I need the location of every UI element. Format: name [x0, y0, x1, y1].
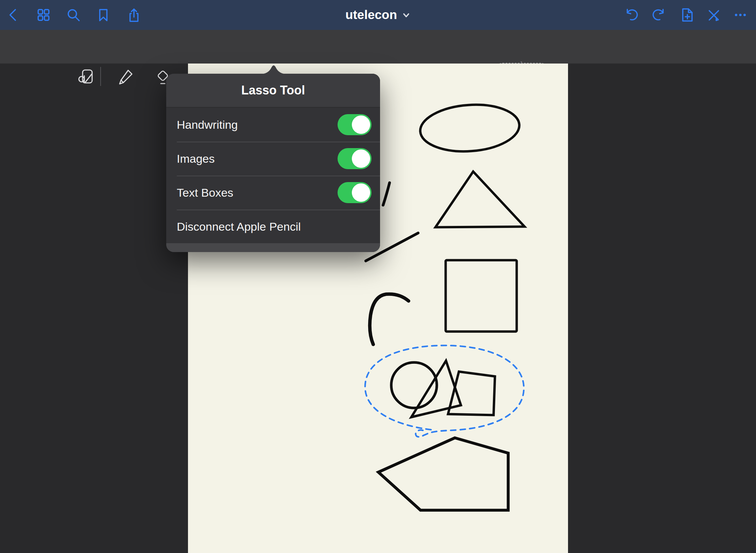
toggle-knob [352, 183, 370, 202]
disconnect-apple-pencil-label: Disconnect Apple Pencil [177, 220, 372, 233]
more-button[interactable] [732, 7, 749, 23]
thumbnails-button[interactable] [35, 7, 52, 23]
popover-header: Lasso Tool [166, 74, 380, 108]
handwriting-toggle[interactable] [338, 114, 372, 135]
toggle-knob [352, 115, 370, 134]
lasso-tool-popover: Lasso Tool Handwriting Images Text Boxes… [166, 74, 380, 252]
popover-arrow [260, 65, 287, 74]
text-boxes-label: Text Boxes [177, 186, 338, 199]
back-button[interactable] [5, 7, 22, 23]
toggle-row-images: Images [166, 142, 380, 176]
nav-right-group [623, 0, 749, 30]
search-icon [66, 7, 81, 23]
pen-icon [116, 67, 135, 86]
popover-footer-strip [166, 243, 380, 252]
images-label: Images [177, 152, 338, 165]
toggle-row-handwriting: Handwriting [166, 108, 380, 142]
toggle-row-text-boxes: Text Boxes [166, 176, 380, 210]
handwriting-label: Handwriting [177, 118, 338, 131]
redo-icon [651, 7, 667, 23]
images-toggle[interactable] [338, 148, 372, 169]
drawn-hook-curve[interactable] [370, 294, 409, 344]
document-title: utelecon [345, 8, 397, 22]
add-page-icon [678, 7, 694, 23]
toggle-knob [352, 149, 370, 168]
grid-icon [36, 7, 51, 23]
bookmark-button[interactable] [95, 7, 111, 23]
bookmark-icon [96, 7, 111, 23]
undo-icon [624, 7, 639, 23]
drawn-large-triangle[interactable] [435, 172, 525, 227]
document-title-menu[interactable]: utelecon [345, 0, 411, 30]
readonly-mode-button[interactable] [705, 7, 721, 23]
writing-aid-tool[interactable] [77, 67, 96, 86]
app-screen: utelecon [0, 0, 756, 553]
search-button[interactable] [65, 7, 82, 23]
drawn-short-stroke[interactable] [383, 183, 390, 205]
text-boxes-toggle[interactable] [338, 182, 372, 203]
popover-title: Lasso Tool [241, 83, 305, 97]
crossed-pencil-icon [705, 7, 721, 23]
ellipsis-icon [733, 7, 748, 23]
toolbar-divider [100, 67, 101, 86]
share-button[interactable] [125, 7, 141, 23]
chevron-down-icon [402, 11, 411, 19]
lasso-selection-loop[interactable] [365, 345, 524, 437]
nav-left-group [5, 0, 141, 30]
redo-button[interactable] [651, 7, 667, 23]
disconnect-apple-pencil-button[interactable]: Disconnect Apple Pencil [166, 210, 380, 244]
chevron-left-icon [6, 7, 21, 23]
drawn-ellipse[interactable] [419, 102, 521, 155]
drawn-pentagon[interactable] [378, 438, 508, 510]
undo-button[interactable] [623, 7, 640, 23]
tool-bar: abc ~~~~~ [0, 30, 756, 64]
share-icon [125, 7, 141, 23]
drawn-tilted-square[interactable] [448, 372, 495, 415]
writing-aid-icon [77, 67, 96, 86]
drawn-square[interactable] [446, 260, 517, 332]
pen-tool[interactable] [116, 67, 135, 86]
nav-bar: utelecon [0, 0, 756, 30]
add-page-button[interactable] [678, 7, 694, 23]
